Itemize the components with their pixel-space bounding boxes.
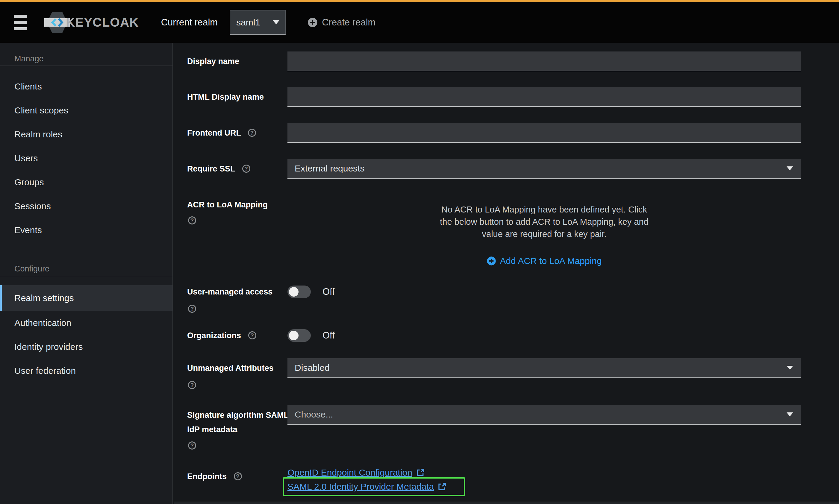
frontend-url-label-text: Frontend URL xyxy=(187,128,241,137)
signature-algorithm-select[interactable]: Choose... xyxy=(287,405,801,425)
unmanaged-attributes-select[interactable]: Disabled xyxy=(287,358,801,378)
sidebar-section-configure: Configure xyxy=(0,253,173,276)
display-name-input[interactable] xyxy=(287,52,801,71)
current-realm-label: Current realm xyxy=(161,17,218,28)
help-icon[interactable]: ? xyxy=(188,381,196,389)
user-managed-access-label: User-managed access xyxy=(187,282,272,302)
sidebar-item-authentication[interactable]: Authentication xyxy=(0,311,173,335)
sidebar-item-client-scopes[interactable]: Client scopes xyxy=(0,98,173,122)
masthead: KEYCLOAK Current realm saml1 Create real… xyxy=(0,0,839,43)
signature-algorithm-value: Choose... xyxy=(294,410,333,419)
plus-circle-icon xyxy=(486,256,496,266)
frontend-url-input[interactable] xyxy=(287,123,801,143)
user-managed-access-state: Off xyxy=(322,286,335,298)
keycloak-logo-icon xyxy=(47,11,68,34)
realm-selector-value: saml1 xyxy=(236,17,260,28)
sidebar-item-events[interactable]: Events xyxy=(0,218,173,242)
add-acr-loa-mapping-label: Add ACR to LoA Mapping xyxy=(500,254,602,268)
sidebar-item-clients[interactable]: Clients xyxy=(0,74,173,98)
require-ssl-label: Require SSL ? xyxy=(187,159,250,179)
sidebar-configure-list: Realm settings Authentication Identity p… xyxy=(0,276,173,383)
unmanaged-attributes-label: Unmanaged Attributes xyxy=(187,358,274,378)
display-name-label: Display name xyxy=(187,52,239,71)
require-ssl-label-text: Require SSL xyxy=(187,164,235,173)
help-icon[interactable]: ? xyxy=(248,331,256,339)
frontend-url-label: Frontend URL ? xyxy=(187,123,256,143)
html-display-name-input[interactable] xyxy=(287,87,801,107)
help-icon[interactable]: ? xyxy=(188,442,196,450)
html-display-name-label: HTML Display name xyxy=(187,87,264,107)
nav-toggle-hamburger-icon[interactable] xyxy=(14,14,27,31)
sidebar: Manage Clients Client scopes Realm roles… xyxy=(0,43,173,504)
create-realm-label: Create realm xyxy=(322,17,375,28)
sidebar-item-groups[interactable]: Groups xyxy=(0,170,173,194)
plus-circle-icon xyxy=(307,17,318,28)
user-managed-access-toggle[interactable] xyxy=(287,286,311,298)
organizations-state: Off xyxy=(322,329,335,342)
help-icon[interactable]: ? xyxy=(234,472,242,480)
sidebar-item-user-federation[interactable]: User federation xyxy=(0,359,173,383)
help-icon[interactable]: ? xyxy=(242,165,250,173)
action-bar-edge xyxy=(174,502,839,504)
organizations-label: Organizations ? xyxy=(187,326,256,345)
empty-state-line: the below button to add ACR to LoA Mappi… xyxy=(287,216,801,228)
chevron-down-icon xyxy=(273,20,279,24)
acr-loa-empty-state: No ACR to LoA Mapping have been defined … xyxy=(287,203,801,240)
sidebar-item-users[interactable]: Users xyxy=(0,146,173,170)
keycloak-logo[interactable]: KEYCLOAK xyxy=(47,11,139,34)
signature-algorithm-label: Signature algorithm SAML IdP metadata xyxy=(187,408,301,437)
unmanaged-attributes-value: Disabled xyxy=(294,363,330,373)
require-ssl-value: External requests xyxy=(294,163,364,174)
add-acr-loa-mapping-link[interactable]: Add ACR to LoA Mapping xyxy=(486,254,602,268)
sidebar-section-manage: Manage xyxy=(0,43,173,66)
create-realm-button[interactable]: Create realm xyxy=(307,17,375,28)
sidebar-item-realm-settings[interactable]: Realm settings xyxy=(0,285,173,311)
require-ssl-select[interactable]: External requests xyxy=(287,159,801,179)
help-icon[interactable]: ? xyxy=(188,305,196,313)
realm-selector-dropdown[interactable]: saml1 xyxy=(230,10,286,35)
sidebar-item-sessions[interactable]: Sessions xyxy=(0,194,173,218)
organizations-label-text: Organizations xyxy=(187,331,241,340)
help-icon[interactable]: ? xyxy=(188,216,196,224)
sidebar-item-realm-roles[interactable]: Realm roles xyxy=(0,122,173,146)
toggle-knob xyxy=(289,331,299,340)
brand-text: KEYCLOAK xyxy=(66,15,139,30)
external-link-icon xyxy=(416,468,425,477)
realm-settings-general-form: Display name HTML Display name Frontend … xyxy=(174,43,839,504)
chevron-down-icon xyxy=(787,366,793,370)
chevron-down-icon xyxy=(787,166,793,170)
endpoints-label-text: Endpoints xyxy=(187,472,227,481)
add-acr-loa-mapping-row: Add ACR to LoA Mapping xyxy=(287,254,801,268)
help-icon[interactable]: ? xyxy=(248,129,256,137)
sidebar-item-identity-providers[interactable]: Identity providers xyxy=(0,335,173,359)
empty-state-line: No ACR to LoA Mapping have been defined … xyxy=(287,203,801,216)
endpoints-label: Endpoints ? xyxy=(187,467,242,486)
empty-state-line: value are required for a key pair. xyxy=(287,228,801,240)
acr-loa-mapping-label: ACR to LoA Mapping xyxy=(187,195,268,215)
highlight-box xyxy=(283,477,465,496)
organizations-toggle[interactable] xyxy=(287,329,311,342)
toggle-knob xyxy=(289,287,299,296)
chevron-down-icon xyxy=(787,412,793,416)
sidebar-manage-list: Clients Client scopes Realm roles Users … xyxy=(0,66,173,242)
